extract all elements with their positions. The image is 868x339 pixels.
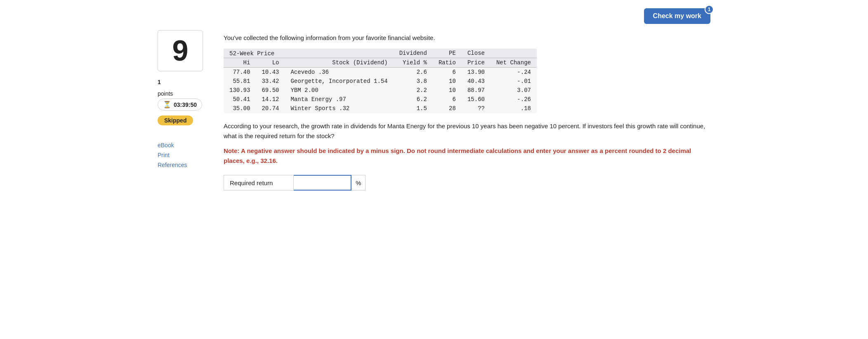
header-close-price: Close bbox=[462, 49, 491, 58]
note-text: Note: A negative answer should be indica… bbox=[224, 146, 710, 166]
col-net-change-label: Net Change bbox=[491, 58, 537, 68]
check-my-work-label: Check my work bbox=[653, 12, 701, 19]
answer-row: Required return % bbox=[224, 175, 710, 191]
points-label: points bbox=[158, 90, 211, 97]
cell-close-price: 13.90 bbox=[462, 68, 491, 77]
timer-value: 03:39:50 bbox=[174, 101, 197, 108]
cell-net-change: -.24 bbox=[491, 68, 537, 77]
skipped-badge: Skipped bbox=[158, 115, 193, 125]
sidebar-links: eBook Print References bbox=[158, 142, 211, 168]
intro-text: You've collected the following informati… bbox=[224, 34, 710, 41]
header-stock-empty bbox=[285, 49, 393, 58]
header-net-change bbox=[491, 49, 537, 58]
col-dividend-yield-label: Yield % bbox=[394, 58, 433, 68]
cell-lo: 14.12 bbox=[256, 95, 285, 104]
cell-dividend-yield: 2.6 bbox=[394, 68, 433, 77]
cell-hi: 50.41 bbox=[224, 95, 256, 104]
note-span: Note: A negative answer should be indica… bbox=[224, 147, 691, 164]
cell-stock: Winter Sports .32 bbox=[285, 104, 393, 113]
cell-stock: Georgette, Incorporated 1.54 bbox=[285, 77, 393, 86]
cell-dividend-yield: 6.2 bbox=[394, 95, 433, 104]
cell-net-change: -.01 bbox=[491, 77, 537, 86]
table-row: 50.41 14.12 Manta Energy .97 6.2 6 15.60… bbox=[224, 95, 537, 104]
cell-pe-ratio: 10 bbox=[433, 77, 462, 86]
table-row: 35.00 20.74 Winter Sports .32 1.5 28 ?? … bbox=[224, 104, 537, 113]
references-link[interactable]: References bbox=[158, 162, 211, 168]
col-stock: Stock (Dividend) bbox=[285, 58, 393, 68]
table-row: 130.93 69.50 YBM 2.00 2.2 10 88.97 3.07 bbox=[224, 86, 537, 95]
main-content: 9 1 points ⏳ 03:39:50 Skipped eBook Prin… bbox=[158, 30, 710, 191]
col-lo: Lo bbox=[256, 58, 285, 68]
ebook-link[interactable]: eBook bbox=[158, 142, 211, 148]
top-bar: Check my work 1 bbox=[158, 8, 710, 24]
cell-net-change: .18 bbox=[491, 104, 537, 113]
cell-close-price: ?? bbox=[462, 104, 491, 113]
col-pe-ratio-label: Ratio bbox=[433, 58, 462, 68]
cell-pe-ratio: 28 bbox=[433, 104, 462, 113]
sidebar: 9 1 points ⏳ 03:39:50 Skipped eBook Prin… bbox=[158, 30, 211, 191]
cell-stock: YBM 2.00 bbox=[285, 86, 393, 95]
cell-dividend-yield: 3.8 bbox=[394, 77, 433, 86]
cell-net-change: 3.07 bbox=[491, 86, 537, 95]
answer-unit: % bbox=[351, 175, 366, 191]
timer-box: ⏳ 03:39:50 bbox=[158, 99, 202, 111]
header-pe-ratio: PE bbox=[433, 49, 462, 58]
cell-hi: 55.81 bbox=[224, 77, 256, 86]
answer-label: Required return bbox=[224, 175, 294, 191]
cell-close-price: 40.43 bbox=[462, 77, 491, 86]
cell-hi: 77.40 bbox=[224, 68, 256, 77]
question-number: 9 bbox=[172, 36, 189, 65]
table-row: 55.81 33.42 Georgette, Incorporated 1.54… bbox=[224, 77, 537, 86]
cell-pe-ratio: 6 bbox=[433, 95, 462, 104]
cell-lo: 20.74 bbox=[256, 104, 285, 113]
timer-icon: ⏳ bbox=[163, 101, 171, 108]
cell-lo: 69.50 bbox=[256, 86, 285, 95]
required-return-input[interactable] bbox=[294, 175, 351, 191]
cell-hi: 35.00 bbox=[224, 104, 256, 113]
question-number-box: 9 bbox=[158, 30, 203, 71]
cell-dividend-yield: 2.2 bbox=[394, 86, 433, 95]
col-close-price-label: Price bbox=[462, 58, 491, 68]
cell-pe-ratio: 10 bbox=[433, 86, 462, 95]
cell-close-price: 15.60 bbox=[462, 95, 491, 104]
points-value: 1 bbox=[158, 79, 211, 85]
print-link[interactable]: Print bbox=[158, 152, 211, 158]
cell-close-price: 88.97 bbox=[462, 86, 491, 95]
col-hi: Hi bbox=[224, 58, 256, 68]
content-area: You've collected the following informati… bbox=[224, 30, 710, 191]
cell-net-change: -.26 bbox=[491, 95, 537, 104]
cell-lo: 33.42 bbox=[256, 77, 285, 86]
data-table: 52-Week Price Dividend PE Close Hi Lo St… bbox=[224, 49, 537, 113]
table-row: 77.40 10.43 Acevedo .36 2.6 6 13.90 -.24 bbox=[224, 68, 537, 77]
description-span: According to your research, the growth r… bbox=[224, 122, 705, 139]
badge-count: 1 bbox=[705, 5, 714, 14]
cell-stock: Acevedo .36 bbox=[285, 68, 393, 77]
cell-dividend-yield: 1.5 bbox=[394, 104, 433, 113]
cell-hi: 130.93 bbox=[224, 86, 256, 95]
check-my-work-button[interactable]: Check my work 1 bbox=[644, 8, 710, 24]
description-text: According to your research, the growth r… bbox=[224, 121, 710, 141]
header-dividend-yield: Dividend bbox=[394, 49, 433, 58]
cell-lo: 10.43 bbox=[256, 68, 285, 77]
cell-pe-ratio: 6 bbox=[433, 68, 462, 77]
cell-stock: Manta Energy .97 bbox=[285, 95, 393, 104]
header-52week: 52-Week Price bbox=[224, 49, 285, 58]
